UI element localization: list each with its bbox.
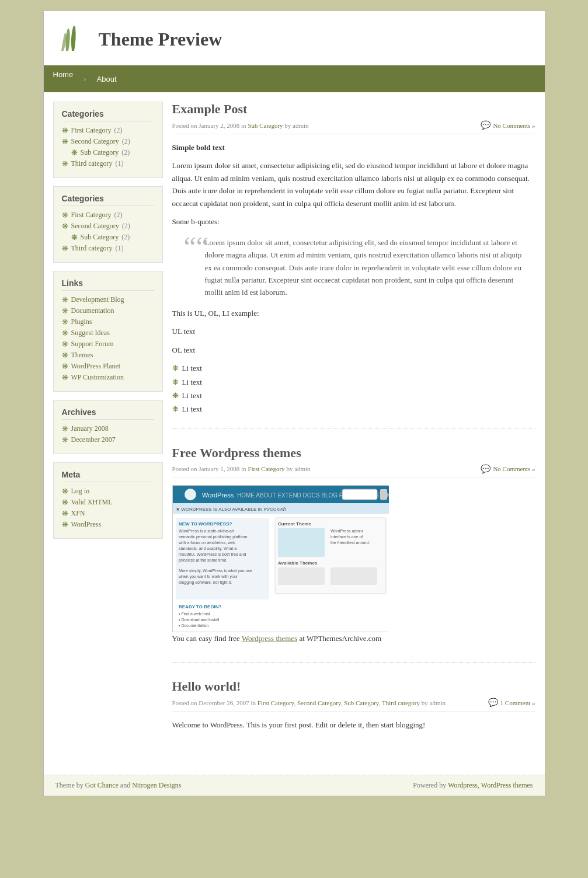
svg-text:More simply, WordPress is what: More simply, WordPress is what you use [179, 569, 252, 573]
svg-rect-6 [380, 489, 387, 500]
post-paragraph: Welcome to WordPress. This is your first… [172, 719, 535, 731]
site-logo [55, 22, 91, 57]
post-category-link[interactable]: First Category [248, 465, 284, 472]
link-item[interactable]: Development Blog [71, 295, 124, 304]
comments-link[interactable]: No Comments » [493, 122, 535, 129]
bullet-icon: ❋ [62, 222, 68, 231]
svg-text:when you want to work with you: when you want to work with your [178, 574, 238, 579]
sidebar-archives-list: ❋January 2008 ❋December 2007 [62, 424, 154, 445]
link-item[interactable]: Suggest Ideas [71, 329, 110, 337]
comments-link[interactable]: 1 Comment » [500, 699, 535, 706]
ul-text: UL text [172, 325, 535, 337]
bullet-icon: ❋ [62, 329, 68, 338]
nav-link-home[interactable]: Home [44, 65, 83, 83]
archive-link[interactable]: January 2008 [71, 424, 109, 433]
post-category-link-3[interactable]: Sub Category [344, 699, 378, 706]
post-category-link-1[interactable]: First Category [258, 699, 294, 706]
cat-link[interactable]: Sub Category [81, 148, 119, 156]
svg-text:the friendliest around.: the friendliest around. [330, 541, 370, 545]
bullet-icon: ❋ [62, 137, 68, 147]
bullet-icon: ❋ [62, 211, 68, 220]
bullet-icon: ❋ [62, 373, 68, 382]
comment-icon: 💬 [481, 120, 490, 130]
svg-rect-28 [278, 567, 325, 585]
post-body: Simple bold text Lorem ipsum dolor sit a… [172, 141, 535, 416]
nav-link-about[interactable]: About [88, 70, 126, 88]
wordpress-link[interactable]: Wordpress [448, 781, 478, 789]
svg-text:• Documentation: • Documentation [179, 623, 209, 628]
list-item: ❋Suggest Ideas [62, 329, 154, 338]
list-item: ❋ Sub Category (2) [62, 233, 154, 242]
post-category-link-4[interactable]: Third category [382, 699, 420, 706]
list-item: ❋WordPress [62, 520, 154, 529]
li-bullet-icon: ❋ [172, 362, 179, 374]
nitrogen-link[interactable]: Nitrogen Designs [132, 781, 181, 789]
svg-text:standards, and usability. What: standards, and usability. What a [179, 546, 236, 551]
ul-label: This is UL, OL, LI example: [172, 307, 535, 319]
sidebar-categories-1: Categories ❋ First Category (2) ❋ Second… [53, 102, 163, 178]
post-category-link-2[interactable]: Second Category [297, 699, 341, 706]
bullet-icon: ❋ [62, 520, 68, 529]
comments-link[interactable]: No Comments » [493, 465, 535, 472]
wp-themes-link[interactable]: WordPress themes [481, 781, 533, 789]
bullet-icon: ❋ [62, 435, 68, 445]
comment-icon: 💬 [488, 698, 498, 708]
archive-link[interactable]: December 2007 [71, 435, 116, 444]
meta-link[interactable]: Log in [71, 487, 90, 496]
post-date-author: Posted on January 1, 2008 in First Categ… [172, 465, 311, 472]
list-item: ❋ Third category (1) [62, 159, 154, 169]
sidebar-categories-1-heading: Categories [62, 109, 154, 121]
link-item[interactable]: WP Customization [71, 373, 124, 382]
meta-link[interactable]: WordPress [71, 520, 102, 529]
wordpress-themes-link[interactable]: Wordpress themes [242, 634, 297, 643]
svg-text:★ WORDPRESS IS ALSO AVAILABLE : ★ WORDPRESS IS ALSO AVAILABLE IN РУССКИЙ [176, 507, 286, 512]
post-paragraph: Lorem ipsum dolor sit amet, consectetur … [172, 159, 535, 210]
svg-rect-23 [278, 528, 325, 557]
sidebar-meta-heading: Meta [62, 470, 154, 482]
list-item: ❋ Third category (1) [62, 244, 154, 253]
list-item: ❋Valid XHTML [62, 498, 154, 507]
post-meta: Posted on December 26, 2007 in First Cat… [172, 698, 535, 712]
svg-rect-29 [330, 567, 377, 585]
cat-link[interactable]: Third category [71, 159, 113, 168]
bullet-icon: ❋ [62, 159, 68, 169]
header: Theme Preview [44, 11, 545, 65]
list-item: ❋December 2007 [62, 435, 154, 445]
bullet-icon: ❋ [62, 340, 68, 349]
nav-item-home[interactable]: Home [44, 65, 83, 92]
link-item[interactable]: Documentation [71, 306, 114, 315]
list-item: ❋ First Category (2) [62, 211, 154, 220]
cat-link[interactable]: First Category [71, 211, 112, 219]
sidebar-categories-2: Categories ❋ First Category (2) ❋ Second… [53, 186, 163, 263]
svg-text:• Download and Install: • Download and Install [179, 618, 220, 622]
link-item[interactable]: WordPress Planet [71, 362, 121, 371]
list-item: ❋ First Category (2) [62, 126, 154, 135]
list-item: ❋Themes [62, 351, 154, 360]
post-body: Welcome to WordPress. This is your first… [172, 719, 535, 731]
sidebar-archives-heading: Archives [62, 407, 154, 420]
bullet-icon: ❋ [62, 424, 68, 434]
bullet-icon: ❋ [62, 362, 68, 371]
sidebar-meta: Meta ❋Log in ❋Valid XHTML ❋XFN ❋WordPres… [53, 462, 163, 539]
cat-link[interactable]: First Category [71, 126, 112, 134]
cat-link[interactable]: Second Category [71, 137, 119, 145]
svg-text:WordPress is a state-of-the-ar: WordPress is a state-of-the-art [179, 529, 234, 533]
list-item: ❋ Sub Category (2) [62, 148, 154, 158]
got-chance-link[interactable]: Got Chance [85, 781, 119, 789]
svg-text:priceless at the same time.: priceless at the same time. [179, 558, 227, 563]
link-item[interactable]: Plugins [71, 318, 92, 326]
link-item[interactable]: Themes [71, 351, 93, 360]
bullet-icon: ❋ [62, 509, 68, 518]
main-content: Example Post Posted on January 2, 2008 i… [172, 102, 535, 765]
post-free-wordpress: Free Wordpress themes Posted on January … [172, 445, 535, 663]
meta-link[interactable]: XFN [71, 509, 85, 518]
cat-link[interactable]: Third category [71, 244, 113, 252]
cat-link[interactable]: Sub Category [81, 233, 119, 241]
sidebar-archives: Archives ❋January 2008 ❋December 2007 [53, 400, 163, 454]
cat-link[interactable]: Second Category [71, 222, 119, 230]
link-item[interactable]: Support Forum [71, 340, 114, 349]
footer-right: Powered by Wordpress, WordPress themes [413, 781, 533, 790]
post-category-link[interactable]: Sub Category [248, 122, 283, 129]
sidebar-meta-list: ❋Log in ❋Valid XHTML ❋XFN ❋WordPress [62, 487, 154, 529]
meta-link[interactable]: Valid XHTML [71, 498, 113, 507]
